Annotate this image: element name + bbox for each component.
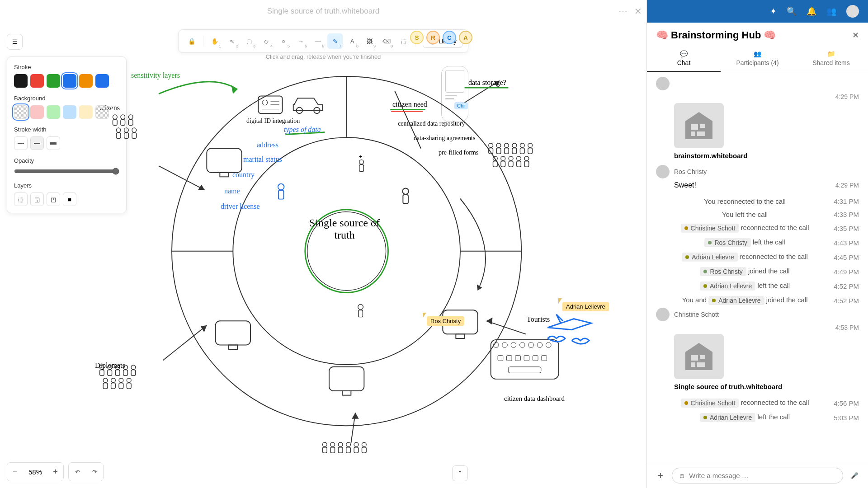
sparkle-icon[interactable]: ✦ (770, 6, 777, 16)
layer-forward[interactable]: ◳ (47, 192, 60, 206)
svg-marker-8 (231, 85, 237, 94)
draw-tool[interactable]: ✎7 (327, 33, 343, 49)
tab-participants[interactable]: 👥Participants (4) (721, 46, 794, 72)
image-tool[interactable]: 🖼9 (362, 33, 377, 49)
zoom-in-button[interactable]: + (47, 463, 63, 481)
layer-back[interactable]: ⬚ (14, 192, 28, 206)
svg-point-69 (116, 128, 121, 132)
stroke-color-2[interactable] (47, 74, 60, 88)
eraser-tool[interactable]: ⌫0 (379, 33, 394, 49)
stroke-color-1[interactable] (30, 74, 44, 88)
svg-rect-60 (533, 356, 538, 361)
stroke-width-medium[interactable] (30, 136, 44, 150)
svg-point-50 (502, 343, 508, 348)
select-tool[interactable]: ↖2 (224, 33, 240, 49)
svg-point-83 (520, 143, 524, 148)
svg-point-34 (402, 188, 409, 194)
arrow-tool[interactable]: →6 (293, 33, 308, 49)
redo-button[interactable]: ↷ (86, 463, 103, 481)
svg-point-65 (121, 115, 125, 119)
bg-color-3[interactable] (63, 105, 76, 119)
svg-rect-124 (354, 447, 359, 453)
attachment[interactable]: brainstorm.whiteboard (674, 103, 859, 160)
diamond-tool[interactable]: ◇4 (259, 33, 274, 49)
ellipse-tool[interactable]: ○5 (276, 33, 291, 49)
svg-line-15 (486, 321, 526, 334)
stroke-color-0[interactable] (14, 74, 28, 88)
emoji-icon[interactable]: ☺ (679, 472, 685, 479)
search-icon[interactable]: 🔍 (787, 6, 797, 16)
close-icon[interactable]: ✕ (634, 6, 642, 17)
bg-color-0[interactable] (14, 105, 28, 119)
system-message: Ros Christy left the call4:43 PM (656, 235, 859, 250)
svg-rect-24 (207, 149, 241, 173)
attachment[interactable]: Single source of truth.whiteboard (674, 334, 859, 390)
scroll-up-button[interactable]: ⌃ (452, 465, 468, 481)
svg-rect-57 (506, 356, 512, 361)
line-tool[interactable]: —6 (310, 33, 326, 49)
mic-button[interactable]: 🎤 (848, 469, 861, 483)
svg-point-85 (528, 143, 533, 148)
msg-time: 4:33 PM (834, 211, 859, 218)
text-tool[interactable]: A8 (344, 33, 360, 49)
profile-avatar[interactable] (846, 5, 859, 18)
message-input[interactable] (689, 472, 836, 479)
rectangle-tool[interactable]: ▢3 (241, 33, 257, 49)
svg-point-53 (528, 343, 534, 348)
layer-front[interactable]: ■ (63, 192, 76, 206)
bell-icon[interactable]: 🔔 (807, 6, 816, 16)
svg-point-119 (338, 442, 343, 447)
svg-marker-19 (477, 284, 482, 291)
hand-tool[interactable]: ✋1 (207, 33, 222, 49)
stroke-width-thin[interactable] (14, 136, 28, 150)
svg-point-123 (354, 442, 359, 447)
avatar-r[interactable]: R (426, 31, 440, 44)
svg-rect-66 (121, 120, 125, 126)
svg-point-1 (233, 137, 460, 365)
svg-rect-64 (113, 120, 118, 126)
system-message: You left the call4:33 PM (656, 208, 859, 221)
annotation-tourists: Tourists (527, 315, 550, 324)
zoom-out-button[interactable]: − (7, 463, 23, 481)
svg-point-0 (172, 76, 521, 426)
chat-message: Ros ChristySweet!4:29 PM (656, 165, 859, 189)
svg-rect-56 (498, 356, 503, 361)
layer-backward[interactable]: ◱ (30, 192, 44, 206)
whiteboard-canvas[interactable]: + (99, 63, 637, 456)
add-attachment-button[interactable]: + (654, 469, 667, 483)
svg-line-17 (351, 413, 355, 443)
svg-point-115 (323, 442, 327, 447)
more-icon[interactable]: ⋯ (618, 6, 627, 17)
svg-rect-61 (542, 356, 547, 361)
stroke-color-3[interactable] (63, 74, 76, 88)
svg-marker-14 (201, 325, 207, 332)
chat-close-icon[interactable]: ✕ (852, 30, 859, 40)
tab-chat[interactable]: 💬Chat (647, 46, 721, 72)
bg-color-2[interactable] (47, 105, 60, 119)
msg-time: 4:31 PM (834, 197, 859, 205)
svg-rect-122 (346, 447, 351, 453)
avatar-s[interactable]: S (410, 31, 424, 44)
svg-rect-88 (493, 161, 498, 167)
svg-rect-98 (100, 370, 104, 376)
svg-rect-76 (489, 148, 493, 154)
svg-rect-62 (508, 367, 541, 373)
avatar-a[interactable]: A (459, 31, 472, 44)
contacts-icon[interactable]: 👥 (826, 6, 836, 16)
stroke-color-4[interactable] (79, 74, 93, 88)
bg-color-4[interactable] (79, 105, 93, 119)
svg-rect-72 (124, 133, 129, 139)
avatar-c[interactable]: C (443, 31, 456, 44)
annotation-sensitivity: sensitivity layers (131, 71, 180, 80)
menu-button[interactable]: ☰ (7, 34, 23, 50)
svg-marker-16 (486, 318, 493, 324)
stroke-width-thick[interactable] (47, 136, 60, 150)
msg-time: 4:56 PM (834, 399, 859, 407)
msg-time: 4:43 PM (834, 239, 859, 247)
lock-tool[interactable]: 🔒 (184, 33, 199, 49)
bg-color-1[interactable] (30, 105, 44, 119)
frame-tool[interactable]: ⬚ (396, 33, 411, 49)
tab-shared[interactable]: 📁Shared items (794, 46, 868, 72)
undo-button[interactable]: ↶ (69, 463, 86, 481)
attachment-name: brainstorm.whiteboard (674, 152, 859, 160)
